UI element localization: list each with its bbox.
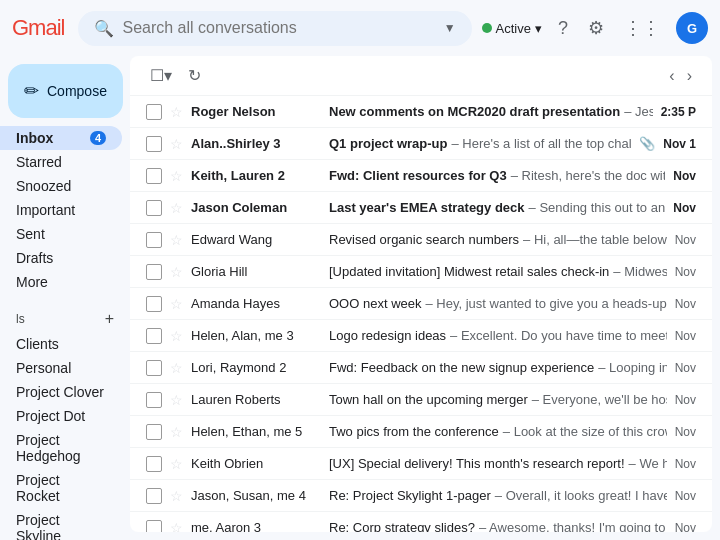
- user-avatar[interactable]: G: [676, 12, 708, 44]
- email-date: 2:35 P: [661, 105, 696, 119]
- compose-button[interactable]: ✏ Compose: [8, 64, 123, 118]
- label-text-clients: Clients: [16, 336, 59, 352]
- labels-section-header: ls +: [0, 302, 130, 332]
- apps-button[interactable]: ⋮⋮: [620, 13, 664, 43]
- add-label-button[interactable]: +: [105, 310, 114, 328]
- nav-label-important: Important: [16, 202, 75, 218]
- email-subject: Last year's EMEA strategy deck: [329, 200, 525, 215]
- email-checkbox[interactable]: [146, 296, 162, 312]
- email-checkbox[interactable]: [146, 360, 162, 376]
- gmail-logo: Gmail: [12, 15, 64, 41]
- email-row[interactable]: ☆ me, Aaron 3 Re: Corp strategy slides? …: [130, 512, 712, 532]
- attachment-icon: 📎: [639, 136, 655, 151]
- refresh-button[interactable]: ↻: [184, 62, 205, 89]
- sidebar-item-drafts[interactable]: Drafts: [0, 246, 122, 270]
- email-row[interactable]: ☆ Alan..Shirley 3 Q1 project wrap-up – H…: [130, 128, 712, 160]
- email-date: Nov: [673, 169, 696, 183]
- sidebar-item-more1[interactable]: More: [0, 270, 122, 294]
- compose-label: Compose: [47, 83, 107, 99]
- email-row[interactable]: ☆ Gloria Hill [Updated invitation] Midwe…: [130, 256, 712, 288]
- email-checkbox[interactable]: [146, 488, 162, 504]
- label-text-project-skyline: Project Skyline: [16, 512, 106, 540]
- email-subject: Revised organic search numbers: [329, 232, 519, 247]
- label-text-project-clover: Project Clover: [16, 384, 104, 400]
- email-content: Logo redesign ideas – Excellent. Do you …: [329, 328, 667, 343]
- email-row[interactable]: ☆ Roger Nelson New comments on MCR2020 d…: [130, 96, 712, 128]
- search-input[interactable]: [122, 19, 435, 37]
- star-icon[interactable]: ☆: [170, 104, 183, 120]
- label-item-project-skyline[interactable]: Project Skyline: [0, 508, 122, 540]
- sidebar-item-snoozed[interactable]: Snoozed: [0, 174, 122, 198]
- email-row[interactable]: ☆ Lauren Roberts Town hall on the upcomi…: [130, 384, 712, 416]
- next-page-button[interactable]: ›: [683, 63, 696, 89]
- star-icon[interactable]: ☆: [170, 360, 183, 376]
- email-content: Revised organic search numbers – Hi, all…: [329, 232, 667, 247]
- prev-page-button[interactable]: ‹: [665, 63, 678, 89]
- email-checkbox[interactable]: [146, 168, 162, 184]
- email-subject: Q1 project wrap-up: [329, 136, 447, 151]
- email-row[interactable]: ☆ Edward Wang Revised organic search num…: [130, 224, 712, 256]
- email-sender: Jason, Susan, me 4: [191, 488, 321, 503]
- star-icon[interactable]: ☆: [170, 488, 183, 504]
- star-icon[interactable]: ☆: [170, 200, 183, 216]
- email-checkbox[interactable]: [146, 392, 162, 408]
- select-all-checkbox[interactable]: ☐ ▾: [146, 62, 176, 89]
- email-row[interactable]: ☆ Amanda Hayes OOO next week – Hey, just…: [130, 288, 712, 320]
- email-content: Last year's EMEA strategy deck – Sending…: [329, 200, 665, 215]
- label-item-project-rocket[interactable]: Project Rocket: [0, 468, 122, 508]
- label-item-clients[interactable]: Clients: [0, 332, 122, 356]
- star-icon[interactable]: ☆: [170, 264, 183, 280]
- star-icon[interactable]: ☆: [170, 296, 183, 312]
- star-icon[interactable]: ☆: [170, 136, 183, 152]
- settings-button[interactable]: ⚙: [584, 13, 608, 43]
- email-subject: Re: Corp strategy slides?: [329, 520, 475, 532]
- email-content: Re: Corp strategy slides? – Awesome, tha…: [329, 520, 667, 532]
- star-icon[interactable]: ☆: [170, 232, 183, 248]
- email-row[interactable]: ☆ Helen, Alan, me 3 Logo redesign ideas …: [130, 320, 712, 352]
- status-label: Active: [496, 21, 531, 36]
- email-row[interactable]: ☆ Jason, Susan, me 4 Re: Project Skyligh…: [130, 480, 712, 512]
- sidebar-item-sent[interactable]: Sent: [0, 222, 122, 246]
- labels-list: ClientsPersonalProject CloverProject Dot…: [0, 332, 130, 540]
- email-snippet: – Overall, it looks great! I have a few …: [495, 488, 667, 503]
- email-snippet: – Looping in Annika. The feedback we've.…: [598, 360, 666, 375]
- email-checkbox[interactable]: [146, 328, 162, 344]
- sidebar-item-starred[interactable]: Starred: [0, 150, 122, 174]
- email-checkbox[interactable]: [146, 232, 162, 248]
- email-sender: Helen, Alan, me 3: [191, 328, 321, 343]
- email-checkbox[interactable]: [146, 200, 162, 216]
- email-row[interactable]: ☆ Jason Coleman Last year's EMEA strateg…: [130, 192, 712, 224]
- star-icon[interactable]: ☆: [170, 424, 183, 440]
- star-icon[interactable]: ☆: [170, 168, 183, 184]
- email-checkbox[interactable]: [146, 424, 162, 440]
- sidebar-item-inbox[interactable]: Inbox4: [0, 126, 122, 150]
- email-subject: [UX] Special delivery! This month's rese…: [329, 456, 625, 471]
- label-item-personal[interactable]: Personal: [0, 356, 122, 380]
- star-icon[interactable]: ☆: [170, 392, 183, 408]
- email-date: Nov: [675, 457, 696, 471]
- email-checkbox[interactable]: [146, 136, 162, 152]
- star-icon[interactable]: ☆: [170, 328, 183, 344]
- email-checkbox[interactable]: [146, 520, 162, 533]
- email-content: [UX] Special delivery! This month's rese…: [329, 456, 667, 471]
- email-row[interactable]: ☆ Lori, Raymond 2 Fwd: Feedback on the n…: [130, 352, 712, 384]
- search-dropdown-icon[interactable]: ▼: [444, 21, 456, 35]
- email-row[interactable]: ☆ Keith Obrien [UX] Special delivery! Th…: [130, 448, 712, 480]
- search-bar: 🔍 ▼: [78, 11, 471, 46]
- label-item-project-hedgehog[interactable]: Project Hedgehog: [0, 428, 122, 468]
- email-row[interactable]: ☆ Keith, Lauren 2 Fwd: Client resources …: [130, 160, 712, 192]
- email-checkbox[interactable]: [146, 264, 162, 280]
- status-button[interactable]: Active ▾: [482, 21, 542, 36]
- email-date: Nov: [675, 265, 696, 279]
- email-checkbox[interactable]: [146, 104, 162, 120]
- star-icon[interactable]: ☆: [170, 456, 183, 472]
- email-content: [Updated invitation] Midwest retail sale…: [329, 264, 667, 279]
- label-item-project-clover[interactable]: Project Clover: [0, 380, 122, 404]
- star-icon[interactable]: ☆: [170, 520, 183, 533]
- help-button[interactable]: ?: [554, 14, 572, 43]
- email-checkbox[interactable]: [146, 456, 162, 472]
- email-date: Nov: [675, 361, 696, 375]
- label-item-project-dot[interactable]: Project Dot: [0, 404, 122, 428]
- email-row[interactable]: ☆ Helen, Ethan, me 5 Two pics from the c…: [130, 416, 712, 448]
- sidebar-item-important[interactable]: Important: [0, 198, 122, 222]
